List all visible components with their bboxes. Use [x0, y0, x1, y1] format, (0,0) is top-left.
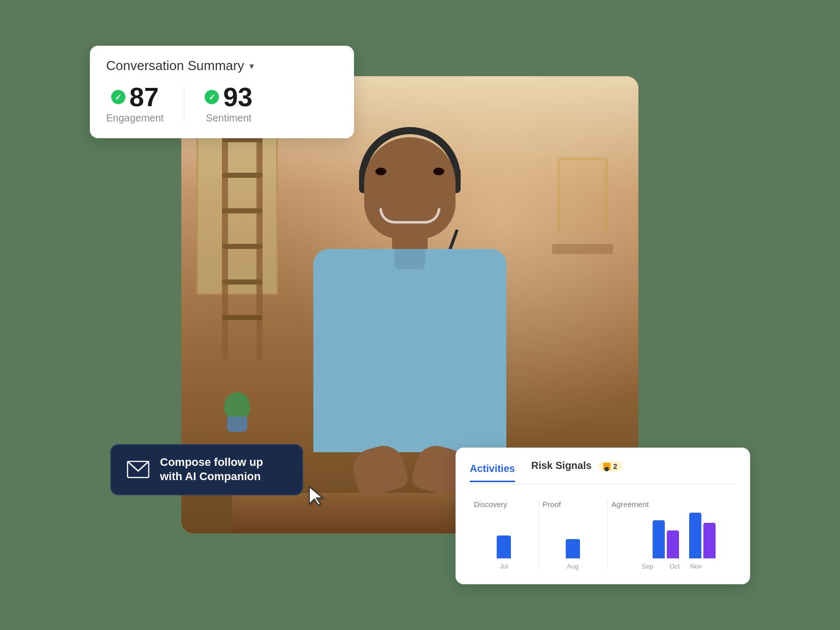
- engagement-label: Engagement: [106, 112, 164, 124]
- sentiment-metric: ✓ 93 Sentiment: [184, 84, 273, 124]
- discovery-bars: [474, 513, 534, 558]
- bar-oct-purple: [667, 530, 679, 558]
- sentiment-label: Sentiment: [206, 112, 251, 124]
- chart-section-proof: Proof Aug: [539, 500, 608, 570]
- bar-aug-proof: [566, 539, 580, 558]
- month-label-aug: Aug: [567, 562, 578, 570]
- month-label-oct: Oct: [669, 562, 680, 570]
- scene-container: Conversation Summary ▾ ✓ 87 Engagement ✓…: [90, 36, 750, 594]
- bar-nov-blue: [689, 513, 701, 558]
- mouse-cursor: [308, 486, 325, 506]
- ladder-rung: [222, 244, 263, 249]
- compose-button-text: Compose follow up with AI Companion: [160, 455, 263, 484]
- risk-signals-badge: ● 2: [598, 461, 622, 471]
- plant-leaves: [224, 392, 250, 418]
- dropdown-arrow-icon[interactable]: ▾: [249, 60, 254, 72]
- ladder-rung: [222, 315, 263, 320]
- cursor-icon: [308, 486, 325, 511]
- ladder-rail: [222, 107, 228, 361]
- collar: [395, 249, 425, 269]
- chart-section-discovery: Discovery Jul: [470, 500, 539, 570]
- mail-icon: [127, 461, 149, 478]
- chair: [557, 158, 608, 234]
- compose-follow-up-button[interactable]: Compose follow up with AI Companion: [110, 444, 303, 495]
- sentiment-top: ✓ 93: [205, 84, 252, 110]
- bar-oct-blue: [653, 520, 665, 558]
- bar-group-nov: [689, 513, 716, 558]
- proof-label: Proof: [543, 500, 603, 509]
- chart-section-agreement: Agreement: [607, 500, 736, 570]
- plant-pot: [227, 417, 247, 432]
- proof-month-labels: Aug: [543, 562, 603, 570]
- bar-nov-purple: [703, 523, 716, 558]
- engagement-top: ✓ 87: [111, 84, 159, 110]
- background-plant: [222, 391, 252, 432]
- month-label-jul: Jul: [500, 562, 508, 570]
- ladder-rung: [222, 208, 263, 213]
- ladder-rung: [222, 279, 263, 285]
- person-head: [364, 137, 456, 239]
- conversation-summary-card: Conversation Summary ▾ ✓ 87 Engagement ✓…: [90, 46, 354, 138]
- month-label-sep: Sep: [641, 562, 653, 570]
- eye-right: [433, 168, 444, 175]
- chair-seat: [552, 244, 613, 254]
- discovery-month-labels: Jul: [474, 562, 534, 570]
- engagement-value: 87: [130, 84, 159, 110]
- activities-card: Activities Risk Signals ● 2 Discovery: [456, 448, 750, 584]
- hand-left: [349, 442, 410, 499]
- bar-group-oct: [653, 520, 679, 558]
- check-icon-sentiment: ✓: [205, 90, 219, 104]
- svg-marker-1: [309, 487, 322, 505]
- tabs-row: Activities Risk Signals ● 2: [470, 460, 736, 485]
- eye-left: [375, 168, 386, 175]
- sentiment-value: 93: [223, 84, 252, 110]
- agreement-month-labels: Sep Oct Nov: [611, 562, 732, 570]
- chart-area: Discovery Jul Proof Aug: [470, 495, 736, 570]
- check-icon: ✓: [111, 90, 125, 104]
- chart-sections-wrapper: Discovery Jul Proof Aug: [470, 500, 736, 570]
- mail-icon-wrap: [125, 457, 151, 482]
- month-label-nov: Nov: [690, 562, 702, 570]
- risk-badge-icon: ●: [603, 463, 610, 470]
- tab-risk-signals[interactable]: Risk Signals ● 2: [531, 460, 622, 478]
- card-title-row: Conversation Summary ▾: [106, 58, 338, 74]
- risk-count: 2: [613, 462, 617, 470]
- bar-jul-discovery: [497, 536, 511, 558]
- card-title: Conversation Summary: [106, 58, 244, 74]
- ladder-rung: [222, 173, 263, 178]
- discovery-label: Discovery: [474, 500, 534, 509]
- smile: [379, 208, 440, 224]
- proof-bars: [543, 513, 603, 558]
- tab-activities[interactable]: Activities: [470, 463, 515, 482]
- background-furniture: [516, 102, 618, 254]
- agreement-label: Agreement: [611, 500, 732, 509]
- engagement-metric: ✓ 87 Engagement: [106, 84, 184, 124]
- agreement-bars: [611, 513, 732, 558]
- metrics-row: ✓ 87 Engagement ✓ 93 Sentiment: [106, 84, 338, 124]
